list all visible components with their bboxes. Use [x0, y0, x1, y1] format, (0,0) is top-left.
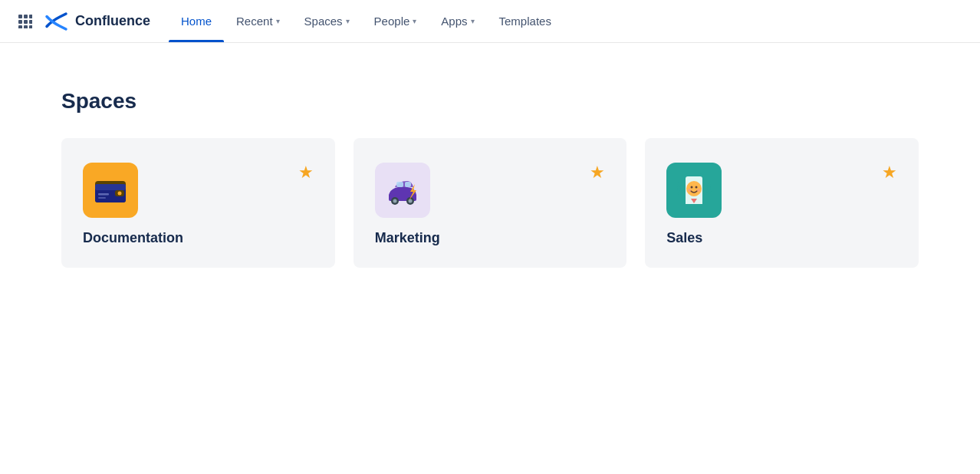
- svg-point-26: [696, 186, 698, 189]
- chevron-down-icon: ▾: [276, 17, 280, 25]
- svg-point-13: [118, 192, 122, 196]
- star-icon-sales[interactable]: ★: [882, 163, 897, 183]
- svg-point-21: [408, 199, 412, 203]
- grid-icon[interactable]: [18, 15, 32, 28]
- spaces-section-title: Spaces: [61, 89, 919, 114]
- space-card-marketing[interactable]: ★ Marketing: [354, 138, 627, 268]
- svg-rect-7: [24, 25, 28, 28]
- logo-text: Confluence: [75, 13, 150, 29]
- chevron-down-icon: ▾: [346, 17, 350, 25]
- spaces-grid: ★ Documentation: [61, 138, 919, 268]
- space-name-marketing: Marketing: [375, 230, 606, 246]
- chevron-down-icon: ▾: [413, 17, 416, 25]
- svg-point-28: [697, 189, 700, 192]
- star-icon-marketing[interactable]: ★: [590, 163, 605, 183]
- svg-rect-8: [29, 25, 32, 28]
- main-content: Spaces ★ Documentation: [0, 43, 980, 298]
- nav-link-recent[interactable]: Recent ▾: [224, 0, 292, 42]
- nav-link-apps[interactable]: Apps ▾: [429, 0, 486, 42]
- svg-rect-11: [95, 184, 126, 190]
- nav-link-templates[interactable]: Templates: [487, 0, 564, 42]
- svg-rect-5: [29, 20, 32, 24]
- confluence-logo[interactable]: Confluence: [44, 9, 150, 34]
- svg-point-25: [691, 186, 693, 189]
- space-icon-documentation: [83, 163, 138, 218]
- svg-rect-0: [18, 15, 22, 18]
- space-name-sales: Sales: [666, 230, 897, 246]
- space-card-documentation[interactable]: ★ Documentation: [61, 138, 335, 268]
- svg-rect-2: [29, 15, 32, 18]
- svg-rect-17: [405, 182, 411, 187]
- nav-links: Home Recent ▾ Spaces ▾ People ▾ Apps ▾ T…: [169, 0, 564, 42]
- nav-link-spaces[interactable]: Spaces ▾: [292, 0, 362, 42]
- svg-rect-14: [98, 193, 109, 196]
- svg-point-19: [393, 199, 396, 203]
- svg-point-24: [686, 181, 702, 196]
- space-icon-marketing: [375, 163, 430, 218]
- svg-rect-15: [98, 197, 106, 199]
- nav-link-people[interactable]: People ▾: [362, 0, 429, 42]
- svg-rect-16: [396, 182, 403, 187]
- space-icon-sales: [666, 163, 722, 218]
- svg-point-27: [688, 189, 691, 192]
- nav-link-home[interactable]: Home: [169, 0, 224, 42]
- svg-rect-4: [24, 20, 28, 24]
- svg-rect-6: [18, 25, 22, 28]
- space-card-sales[interactable]: ★ Sales: [645, 138, 919, 268]
- chevron-down-icon: ▾: [471, 17, 475, 25]
- star-icon-documentation[interactable]: ★: [298, 163, 314, 183]
- svg-rect-3: [18, 20, 22, 24]
- main-nav: Confluence Home Recent ▾ Spaces ▾ People…: [0, 0, 980, 43]
- svg-rect-1: [24, 15, 28, 18]
- space-name-documentation: Documentation: [83, 230, 314, 246]
